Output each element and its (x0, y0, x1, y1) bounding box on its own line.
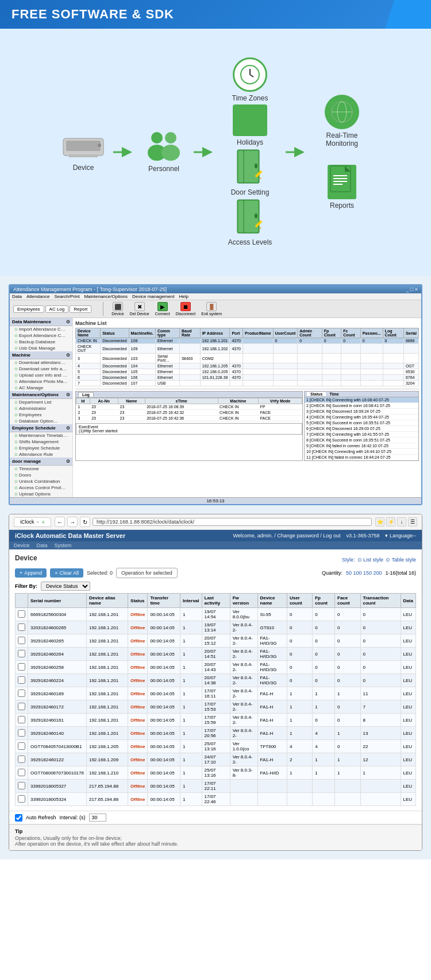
tab-report[interactable]: Report (70, 305, 91, 313)
row-check[interactable] (16, 727, 28, 740)
menu-data[interactable]: Data (12, 294, 22, 299)
status-item[interactable]: 10 [CHECK IN] Connecting with 16:44:10 0… (305, 449, 418, 455)
sidebar-collapse-1[interactable]: ⊙ (66, 319, 70, 324)
device-table-row[interactable]: 33992018005324 217.65.194.88 Offline 00:… (16, 793, 416, 806)
row-checkbox[interactable] (18, 782, 25, 789)
row-checkbox[interactable] (18, 703, 25, 710)
row-checkbox[interactable] (18, 795, 25, 803)
style-list[interactable]: ⊙ List style (357, 557, 384, 563)
sidebar-collapse-5[interactable]: ⊙ (66, 459, 70, 464)
sidebar-upload-options[interactable]: Upload Options (10, 491, 72, 497)
btn-connect[interactable]: ▶ Connect (155, 302, 170, 316)
btn-append[interactable]: + Append (15, 568, 47, 578)
row-check[interactable] (16, 648, 28, 661)
sidebar-dept[interactable]: Department List (10, 399, 72, 405)
sidebar-unlock[interactable]: Unlock Combination (10, 478, 72, 485)
status-item[interactable]: 4 [CHECK IN] Connecting with 16:35:44 07… (305, 415, 418, 420)
row-checkbox[interactable] (18, 729, 25, 737)
time-tab[interactable]: Time (326, 392, 342, 396)
btn-device[interactable]: ⬛ Device (111, 302, 124, 316)
log-table-row[interactable]: 1 23 23 2018-07-25 16:08:39 CHECK IN FP (76, 404, 302, 410)
device-table-row[interactable]: 66691825600304 192.168.1.201 Offline 00:… (16, 608, 416, 621)
sidebar-collapse-4[interactable]: ⊙ (66, 425, 70, 431)
row-check[interactable] (16, 634, 28, 648)
machine-table-row[interactable]: CHECK OUT Disconnected 109 Ethernet 192.… (76, 344, 419, 354)
btn-del-device[interactable]: ✖ Del Device (130, 302, 149, 316)
row-checkbox[interactable] (18, 663, 25, 671)
device-table-row[interactable]: 3929182460122 192.168.1.209 Offline 00:0… (16, 753, 416, 766)
row-checkbox[interactable] (18, 650, 25, 657)
row-check[interactable] (16, 621, 28, 634)
sidebar-db[interactable]: Database Option... (10, 418, 72, 424)
row-check[interactable] (16, 687, 28, 700)
device-table-row[interactable]: 3929182460265 192.168.1.201 Offline 00:0… (16, 634, 416, 648)
tab-employees[interactable]: Employees (13, 305, 44, 313)
browser-icon-4[interactable]: ☰ (408, 517, 417, 526)
sidebar-emp-schedule[interactable]: Employee Schedule (10, 445, 72, 451)
row-checkbox[interactable] (18, 716, 25, 723)
sidebar-export[interactable]: Export Attendance Checking Data (10, 332, 72, 339)
row-checkbox[interactable] (18, 690, 25, 697)
nav-device[interactable]: Device (14, 543, 30, 548)
row-check[interactable] (16, 753, 28, 766)
machine-table-row[interactable]: 6 Disconnected 106 Ethernet 101.81.228.3… (76, 375, 419, 381)
device-table-row[interactable]: 3929182460161 192.168.1.201 Offline 00:0… (16, 714, 416, 727)
machine-table-row[interactable]: 4 Disconnected 104 Ethernet 192.168.1.20… (76, 363, 419, 369)
machine-table-row[interactable]: 7 Disconnected 107 USB 3204 (76, 381, 419, 386)
log-table-row[interactable]: 3 23 23 2018-07-25 16:42:36 CHECK IN FAC… (76, 416, 302, 421)
machine-table-row[interactable]: CHECK IN Disconnected 108 Ethernet 192.1… (76, 338, 419, 344)
status-item[interactable]: 9 [CHECK IN] failed in connec 16:42:10 0… (305, 443, 418, 449)
sidebar-timetables[interactable]: Maintenance Timetables (10, 432, 72, 439)
nav-data[interactable]: Data (37, 543, 48, 548)
sidebar-collapse-3[interactable]: ⊙ (66, 392, 70, 397)
tab-plus[interactable]: + (41, 519, 45, 525)
device-table-row[interactable]: 3929182460224 192.168.1.201 Offline 00:0… (16, 674, 416, 687)
log-table-row[interactable]: 2 23 23 2018-07-25 16:42:32 CHECK IN FAC… (76, 410, 302, 416)
row-checkbox[interactable] (18, 742, 25, 750)
status-item[interactable]: 2 [CHECK IN] Succeed in conn 16:08:41 07… (305, 403, 418, 409)
device-table-row[interactable]: OGT70840570413000B1 192.168.1.205 Offlin… (16, 740, 416, 753)
status-item[interactable]: 1 [CHECK IN] Connecting with 16:08:40 07… (305, 397, 418, 403)
menu-help[interactable]: Help (179, 294, 188, 299)
row-check[interactable] (16, 793, 28, 806)
device-table-row[interactable]: 3929182460172 192.168.1.201 Offline 00:0… (16, 700, 416, 714)
sidebar-photo[interactable]: Attendance Photo Management (10, 378, 72, 385)
sidebar-usb[interactable]: Usb Disk Manage (10, 345, 72, 351)
menu-device[interactable]: Device management (132, 294, 174, 299)
row-checkbox[interactable] (18, 769, 25, 776)
btn-clear-all[interactable]: × Clear All (50, 568, 83, 578)
status-item[interactable]: 6 [CHECK IN] Disconnect 16:29:03 07-25 (305, 426, 418, 432)
sidebar-shifts[interactable]: Shifts Management (10, 439, 72, 445)
browser-tab[interactable]: iClock × + (14, 517, 51, 527)
sidebar-download-user[interactable]: Download user info and Fp (10, 366, 72, 372)
back-btn[interactable]: ← (55, 517, 65, 527)
filter-select[interactable]: Device Status (41, 582, 90, 591)
quantity-options[interactable]: 50 100 150 200 (346, 570, 382, 576)
status-item[interactable]: 8 [CHECK IN] Succeed in conn 16:35:51 07… (305, 437, 418, 443)
sidebar-download-logs[interactable]: Download attendance logs (10, 359, 72, 366)
status-item[interactable]: 5 [CHECK IN] Succeed in conn 16:35:51 07… (305, 420, 418, 426)
browser-icon-1[interactable]: ⭐ (375, 517, 384, 526)
row-check[interactable] (16, 700, 28, 714)
device-table-row[interactable]: 3929182460258 192.168.1.201 Offline 00:0… (16, 661, 416, 674)
refresh-btn[interactable]: ↻ (80, 517, 90, 527)
device-table-row[interactable]: 3929182460140 192.168.1.201 Offline 00:0… (16, 727, 416, 740)
browser-icon-3[interactable]: ↓ (397, 517, 406, 526)
row-check[interactable] (16, 714, 28, 727)
sidebar-attendance-rule[interactable]: Attendance Rule (10, 451, 72, 458)
machine-table-row[interactable]: 5 Disconnected 105 Ethernet 192.168.0.20… (76, 369, 419, 375)
browser-icon-2[interactable]: ⚡ (386, 517, 395, 526)
status-item[interactable]: 7 [CHECK IN] Connecting with 16:41:55 07… (305, 432, 418, 437)
style-table[interactable]: ⊙ Table style (386, 557, 416, 563)
address-bar[interactable]: http://192.168.1.88:8082/iclock/data/icl… (93, 518, 372, 526)
row-checkbox[interactable] (18, 676, 25, 684)
sidebar-doors[interactable]: Doors (10, 472, 72, 478)
menu-maintenance[interactable]: Maintenance/Options (84, 294, 128, 299)
btn-disconnect[interactable]: ⏹ Disconnect (176, 302, 196, 316)
row-checkbox[interactable] (18, 623, 25, 631)
row-check[interactable] (16, 740, 28, 753)
row-checkbox[interactable] (18, 610, 25, 618)
device-table-row[interactable]: 3929182460189 192.168.1.201 Offline 00:0… (16, 687, 416, 700)
device-table-row[interactable]: 32031824600265 192.168.1.201 Offline 00:… (16, 621, 416, 634)
sidebar-access-privilege[interactable]: Access Control Privilege (10, 485, 72, 491)
